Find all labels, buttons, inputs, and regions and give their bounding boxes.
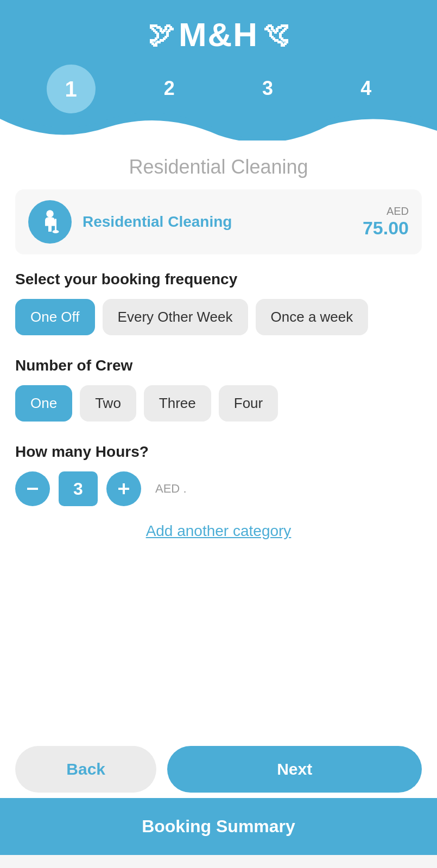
back-button[interactable]: Back xyxy=(15,746,156,793)
step-1[interactable]: 1 xyxy=(22,65,120,108)
hours-section-title: How many Hours? xyxy=(15,443,422,461)
bottom-buttons: Back Next xyxy=(0,737,437,798)
header: 🕊 M&H 🕊 1 2 3 4 xyxy=(0,0,437,141)
step-circle-3: 3 xyxy=(248,69,287,108)
frequency-chip-every-other-week[interactable]: Every Other Week xyxy=(103,299,248,335)
logo-area: 🕊 M&H 🕊 xyxy=(0,15,437,65)
crew-section-title: Number of Crew xyxy=(15,357,422,374)
wing-right-icon: 🕊 xyxy=(262,20,289,49)
hours-controls: 3 AED . xyxy=(15,471,422,506)
crew-chip-four[interactable]: Four xyxy=(219,385,278,422)
header-wave xyxy=(0,108,437,141)
hours-decrease-button[interactable] xyxy=(15,471,50,506)
wing-left-icon: 🕊 xyxy=(148,20,175,49)
steps-row: 1 2 3 4 xyxy=(0,65,437,108)
crew-chips: One Two Three Four xyxy=(15,385,422,422)
add-category-anchor[interactable]: Add another category xyxy=(146,522,292,539)
step-4[interactable]: 4 xyxy=(317,69,415,108)
frequency-chips: One Off Every Other Week Once a week xyxy=(15,299,422,335)
service-price-area: AED 75.00 xyxy=(363,205,409,239)
service-card: Residential Cleaning AED 75.00 xyxy=(15,189,422,254)
crew-chip-one[interactable]: One xyxy=(15,385,72,422)
service-currency: AED xyxy=(363,205,409,218)
service-icon xyxy=(28,200,72,244)
frequency-section-title: Select your booking frequency xyxy=(15,271,422,288)
hours-increase-button[interactable] xyxy=(106,471,141,506)
service-name: Residential Cleaning xyxy=(83,213,363,231)
crew-chip-three[interactable]: Three xyxy=(144,385,211,422)
logo: 🕊 M&H 🕊 xyxy=(148,15,289,54)
svg-rect-1 xyxy=(55,219,56,231)
hours-price: AED . xyxy=(155,482,187,496)
main-content: Residential Cleaning Residential Cleanin… xyxy=(0,141,437,737)
hours-value: 3 xyxy=(59,471,98,506)
step-2[interactable]: 2 xyxy=(120,69,218,108)
next-button[interactable]: Next xyxy=(167,746,422,793)
frequency-chip-once-a-week[interactable]: Once a week xyxy=(256,299,369,335)
service-price: 75.00 xyxy=(363,218,409,239)
step-circle-1: 1 xyxy=(47,65,96,113)
step-3[interactable]: 3 xyxy=(219,69,317,108)
step-circle-4: 4 xyxy=(346,69,385,108)
hours-section: How many Hours? 3 AED . xyxy=(15,443,422,506)
crew-chip-two[interactable]: Two xyxy=(80,385,136,422)
frequency-chip-one-off[interactable]: One Off xyxy=(15,299,95,335)
booking-summary-bar[interactable]: Booking Summary xyxy=(0,798,437,855)
svg-point-2 xyxy=(53,230,59,233)
page-title: Residential Cleaning xyxy=(15,141,422,189)
svg-point-0 xyxy=(46,210,54,218)
step-circle-2: 2 xyxy=(150,69,189,108)
add-category-link[interactable]: Add another category xyxy=(15,506,422,551)
